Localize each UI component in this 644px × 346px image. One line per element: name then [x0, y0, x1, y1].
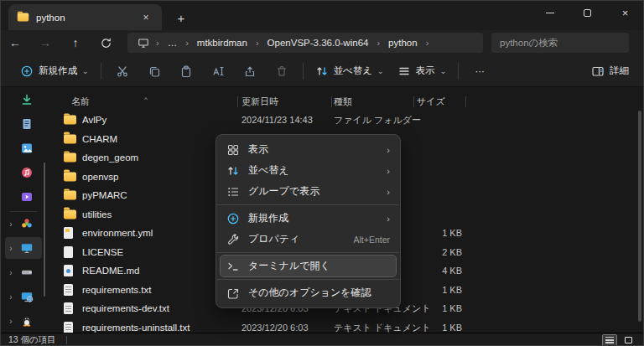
paste-button[interactable]	[170, 59, 202, 84]
context-menu-item-new[interactable]: 新規作成 ›	[221, 208, 396, 229]
text-file-icon	[64, 322, 73, 333]
markdown-file-icon	[64, 265, 73, 276]
details-view-button[interactable]	[602, 334, 617, 346]
refresh-button[interactable]	[91, 36, 121, 49]
terminal-icon	[226, 260, 240, 273]
context-menu-item-properties[interactable]: プロパティ Alt+Enter	[221, 229, 396, 250]
column-divider[interactable]	[331, 96, 332, 107]
sidebar-item-gallery[interactable]: ›	[5, 213, 42, 235]
sidebar-item-documents[interactable]	[5, 113, 42, 135]
copy-button[interactable]	[138, 59, 170, 84]
pictures-icon	[20, 142, 34, 155]
status-bar: 13 個の項目	[0, 333, 644, 346]
breadcrumb-item[interactable]: OpenVSP-3.36.0-win64	[262, 38, 374, 48]
close-button[interactable]: ×	[606, 0, 644, 25]
large-icons-view-icon	[625, 337, 632, 343]
clipboard-icon	[179, 65, 193, 78]
breadcrumb-item[interactable]: mtkbirdman	[192, 38, 252, 48]
table-row[interactable]: AvlPy2024/11/23 14:43ファイル フォルダー	[47, 111, 636, 130]
share-button[interactable]	[234, 59, 266, 84]
column-header-size[interactable]: サイズ	[417, 96, 445, 108]
minimize-button[interactable]	[531, 0, 569, 25]
yml-file-icon	[64, 227, 73, 239]
folder-icon	[64, 134, 76, 143]
documents-icon	[20, 117, 34, 131]
sort-button[interactable]: 並べ替え ⌄	[309, 59, 391, 84]
more-options-button[interactable]: ···	[464, 59, 496, 84]
videos-icon	[20, 190, 34, 204]
share-icon	[243, 65, 257, 78]
sidebar-scrollbar[interactable]	[44, 163, 45, 297]
cut-button[interactable]	[106, 59, 138, 84]
back-button[interactable]: ←	[0, 36, 30, 49]
rename-icon	[211, 65, 225, 78]
chevron-down-icon: ⌄	[440, 67, 447, 75]
details-pane-button[interactable]: 詳細	[584, 59, 636, 84]
context-menu-item-sort[interactable]: 並べ替え ›	[221, 160, 396, 181]
column-header-date[interactable]: 更新日時	[242, 96, 278, 108]
chevron-right-icon: ›	[387, 145, 390, 155]
delete-button[interactable]	[266, 59, 298, 84]
forward-button[interactable]: →	[30, 36, 60, 49]
wrench-icon	[226, 233, 240, 246]
sidebar-item-this-pc[interactable]: ›	[5, 237, 42, 259]
menu-separator	[217, 204, 399, 205]
chevron-right-icon: ›	[5, 268, 17, 277]
chevron-right-icon: ›	[254, 38, 261, 48]
breadcrumb-item[interactable]: python	[383, 38, 423, 48]
address-bar: ← → ↑ › … › mtkbirdman › OpenVSP-3.36.0-…	[0, 30, 644, 55]
refresh-icon	[100, 37, 112, 49]
rename-button[interactable]	[202, 59, 234, 84]
view-button[interactable]: 表示 ⌄	[391, 59, 454, 84]
sidebar-item-downloads[interactable]	[5, 89, 42, 111]
navigation-pane: › › › › ›	[0, 87, 47, 333]
sidebar-item-videos[interactable]	[5, 186, 42, 208]
breadcrumb-ellipsis[interactable]: …	[163, 38, 183, 48]
sidebar-item-music[interactable]	[5, 162, 42, 183]
column-divider[interactable]	[237, 96, 238, 107]
this-pc-icon	[20, 241, 34, 255]
context-menu-item-group-by[interactable]: グループで表示 ›	[221, 181, 396, 202]
explorer-tab[interactable]: python ×	[8, 4, 162, 30]
folder-icon	[64, 172, 76, 181]
maximize-button[interactable]	[569, 0, 606, 25]
sidebar-item-drives[interactable]: ›	[5, 261, 42, 283]
context-menu-item-view[interactable]: 表示 ›	[221, 139, 396, 160]
search-input[interactable]: pythonの検索	[491, 33, 629, 53]
context-menu-item-show-more-options[interactable]: その他のオプションを確認	[221, 282, 396, 303]
chevron-right-icon: ›	[5, 244, 17, 253]
column-header-name[interactable]: 名前	[71, 96, 90, 108]
new-tab-button[interactable]: +	[171, 8, 191, 27]
sidebar-item-network[interactable]: ›	[5, 286, 42, 307]
column-header-type[interactable]: 種類	[334, 96, 352, 108]
context-menu-item-open-terminal[interactable]: ターミナルで開く	[221, 256, 396, 276]
menu-separator	[217, 279, 399, 280]
tab-close-icon[interactable]: ×	[138, 10, 153, 25]
menu-separator	[217, 252, 399, 253]
sidebar-item-pictures[interactable]	[5, 137, 42, 159]
up-button[interactable]: ↑	[60, 36, 91, 49]
chevron-right-icon: ›	[184, 38, 190, 48]
sidebar-item-linux[interactable]: ›	[5, 310, 42, 332]
toolbar-divider	[101, 63, 101, 80]
folder-icon	[64, 209, 76, 219]
breadcrumb[interactable]: › … › mtkbirdman › OpenVSP-3.36.0-win64 …	[127, 33, 483, 53]
download-icon	[20, 93, 34, 106]
toolbar-divider	[303, 63, 304, 80]
status-divider	[66, 336, 67, 344]
table-row[interactable]: requirements-uninstall.txt2023/12/20 6:0…	[47, 318, 636, 333]
column-divider[interactable]	[465, 96, 466, 107]
new-button[interactable]: 新規作成 ⌄	[13, 59, 96, 84]
title-bar: python × + ×	[0, 0, 644, 30]
large-icons-view-button[interactable]	[621, 334, 636, 346]
chevron-right-icon: ›	[424, 38, 431, 48]
toolbar-divider	[458, 63, 459, 80]
list-scrollbar[interactable]	[638, 111, 641, 322]
chevron-right-icon: ›	[375, 38, 382, 48]
grid-icon	[226, 143, 240, 157]
group-icon	[226, 185, 240, 199]
column-divider[interactable]	[413, 96, 414, 107]
window-controls: ×	[531, 0, 644, 25]
expand-icon	[226, 287, 240, 300]
file-icon	[64, 246, 73, 258]
